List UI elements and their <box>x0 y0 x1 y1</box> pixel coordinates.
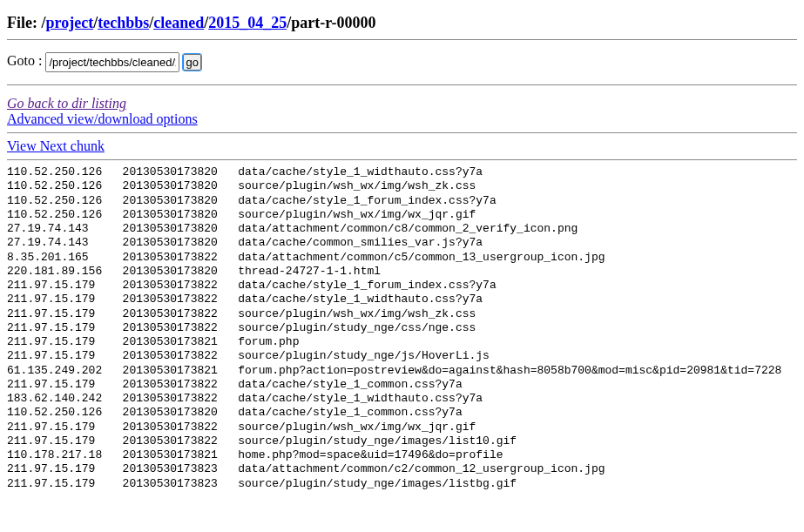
file-label: File: <box>7 14 41 31</box>
breadcrumb-link[interactable]: 2015_04_25 <box>208 14 287 31</box>
breadcrumb-tail: part-r-00000 <box>291 14 375 31</box>
go-back-link[interactable]: Go back to dir listing <box>7 96 126 111</box>
divider <box>7 159 797 160</box>
divider <box>7 84 797 85</box>
goto-form: Goto : go <box>7 52 797 72</box>
breadcrumb-link[interactable]: cleaned <box>153 14 204 31</box>
go-button[interactable]: go <box>183 54 200 71</box>
breadcrumb-link[interactable]: techbbs <box>98 14 149 31</box>
advanced-view-link[interactable]: Advanced view/download options <box>7 111 198 126</box>
divider <box>7 39 797 40</box>
goto-label: Goto : <box>7 53 45 68</box>
page-title: File: /project/techbbs/cleaned/2015_04_2… <box>7 14 797 32</box>
goto-input[interactable] <box>45 52 179 72</box>
file-content: 110.52.250.126 20130530173820 data/cache… <box>7 165 797 491</box>
divider <box>7 132 797 133</box>
breadcrumb: /project/techbbs/cleaned/2015_04_25/part… <box>41 14 375 31</box>
view-next-chunk-link[interactable]: View Next chunk <box>7 138 105 153</box>
breadcrumb-link[interactable]: project <box>46 14 94 31</box>
